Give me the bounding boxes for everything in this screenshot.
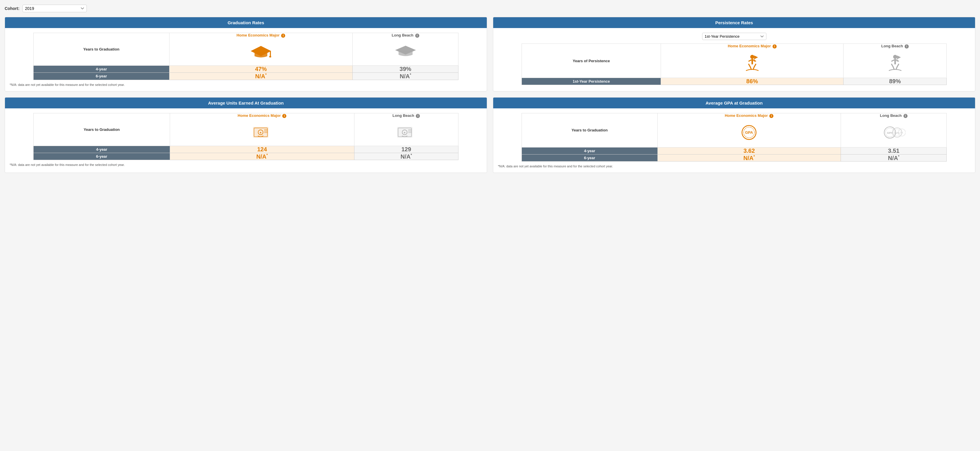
units-earned-card: Average Units Earned At Graduation Years… (5, 97, 487, 173)
units-major-6year-value: N/A* (170, 153, 354, 160)
graduation-rates-table-wrapper: Years to Graduation Home Economics Major… (10, 33, 482, 80)
avg-gpa-table-wrapper: Years to Graduation Home Economics Major… (498, 113, 970, 162)
gpa-4year-label: 4-year (522, 147, 657, 154)
svg-point-4 (750, 55, 754, 59)
svg-point-8 (893, 55, 897, 59)
gpa-major-4year-value: 3.62 (657, 147, 841, 154)
gpa-lb-icon-cell: GPA GPA PA (841, 118, 947, 147)
gpa-lb-6year-value: N/A* (841, 154, 947, 162)
gpa-col-major: Home Economics Major i GPA (657, 113, 841, 147)
persist-1st-label: 1st-Year Persistence (522, 78, 661, 85)
avg-gpa-body: Years to Graduation Home Economics Major… (493, 108, 975, 173)
svg-rect-6 (754, 56, 754, 62)
grad-footnote: *N/A: data are not yet available for thi… (10, 83, 482, 86)
svg-rect-9 (894, 59, 896, 64)
cohort-row: Cohort: 2019 (5, 5, 975, 12)
grad-lb-6year-value: N/A* (353, 73, 458, 80)
grad-6year-row: 6-year N/A* N/A* (33, 73, 458, 80)
units-col-major: Home Economics Major i ★ (170, 113, 354, 146)
units-major-icon-cell: ★ (170, 118, 354, 146)
gpa-major-info-icon[interactable]: i (769, 114, 773, 118)
persist-lb-label: Long Beach i (843, 44, 947, 49)
grad-lb-4year-value: 39% (353, 66, 458, 73)
units-lb-6-star: * (410, 153, 412, 157)
grad-col-major: Home Economics Major i (169, 33, 352, 66)
grad-col-lb: Long Beach i (353, 33, 458, 66)
gpa-6year-label: 6-year (522, 154, 657, 162)
persist-major-1st-value: 86% (661, 78, 843, 85)
svg-marker-7 (754, 56, 758, 59)
persistence-dropdown-row: 1st-Year Persistence (498, 33, 970, 40)
grad-lb-icon-cell (353, 38, 458, 65)
persistence-select[interactable]: 1st-Year Persistence (702, 33, 767, 40)
svg-text:★: ★ (259, 131, 262, 134)
units-col-years: Years to Graduation (33, 113, 170, 146)
svg-text:GPA: GPA (895, 132, 900, 134)
persist-lb-info-icon[interactable]: i (905, 44, 909, 49)
avg-gpa-table: Years to Graduation Home Economics Major… (522, 113, 947, 162)
units-lb-icon: ★ (396, 124, 416, 140)
graduation-cap-major-icon (251, 43, 271, 60)
units-lb-label: Long Beach i (355, 113, 458, 118)
persist-lb-icon-cell (843, 49, 947, 78)
gpa-6year-row: 6-year N/A* N/A* (522, 154, 947, 162)
svg-text:GPA: GPA (745, 130, 753, 135)
grad-major-info-icon[interactable]: i (281, 33, 285, 38)
persist-lb-1st-value: 89% (843, 78, 947, 85)
units-col-lb: Long Beach i ★ (354, 113, 458, 146)
persist-header-row: Years of Persistence Home Economics Majo… (522, 44, 947, 78)
persistence-rates-title: Persistence Rates (493, 17, 975, 28)
svg-point-2 (269, 56, 271, 57)
units-lb-6year-value: N/A* (354, 153, 458, 160)
persistence-rates-table-wrapper: Years of Persistence Home Economics Majo… (498, 43, 970, 85)
gpa-lb-4year-value: 3.51 (841, 147, 947, 154)
grad-6year-label: 6-year (33, 73, 169, 80)
persist-major-info-icon[interactable]: i (773, 44, 776, 49)
units-lb-info-icon[interactable]: i (416, 114, 420, 118)
grad-major-4year-value: 47% (169, 66, 352, 73)
gpa-footnote: *N/A: data are not yet available for thi… (498, 164, 970, 168)
gpa-major-6-star: * (754, 154, 755, 159)
cohort-label: Cohort: (5, 6, 19, 11)
gpa-lb-label: Long Beach i (841, 113, 947, 118)
units-major-info-icon[interactable]: i (282, 114, 286, 118)
dashboard-grid: Graduation Rates Years to Graduation Hom… (5, 17, 975, 173)
units-major-icon: ★ (252, 124, 272, 140)
grad-major-6year-value: N/A* (169, 73, 352, 80)
avg-gpa-title: Average GPA at Graduation (493, 98, 975, 108)
units-4year-row: 4-year 124 129 (33, 146, 458, 153)
svg-marker-11 (897, 56, 901, 59)
units-6year-label: 6-year (33, 153, 170, 160)
gpa-col-lb: Long Beach i GPA (841, 113, 947, 147)
grad-major-label: Home Economics Major i (169, 33, 352, 38)
gpa-major-icon: GPA (740, 124, 759, 141)
grad-4year-row: 4-year 47% 39% (33, 66, 458, 73)
persist-col-years: Years of Persistence (522, 44, 661, 78)
grad-4year-label: 4-year (33, 66, 169, 73)
units-4year-label: 4-year (33, 146, 170, 153)
persist-major-icon-cell (661, 49, 843, 78)
units-lb-4year-value: 129 (354, 146, 458, 153)
gpa-major-6year-value: N/A* (657, 154, 841, 162)
gpa-header-row: Years to Graduation Home Economics Major… (522, 113, 947, 147)
gpa-lb-6-star: * (898, 154, 899, 159)
gpa-lb-info-icon[interactable]: i (904, 114, 908, 118)
svg-rect-1 (270, 51, 271, 56)
svg-text:PA: PA (900, 132, 903, 134)
units-earned-title: Average Units Earned At Graduation (5, 98, 487, 108)
units-header-row: Years to Graduation Home Economics Major… (33, 113, 458, 146)
graduation-rates-table: Years to Graduation Home Economics Major… (33, 33, 458, 80)
persistence-rates-card: Persistence Rates 1st-Year Persistence Y… (493, 17, 975, 91)
units-major-6-star: * (266, 153, 268, 157)
persistence-major-icon (743, 54, 762, 72)
persist-major-label: Home Economics Major i (661, 44, 843, 49)
persistence-lb-icon (886, 54, 905, 72)
units-earned-body: Years to Graduation Home Economics Major… (5, 108, 487, 172)
units-earned-table: Years to Graduation Home Economics Major… (33, 113, 458, 160)
grad-col-years: Years to Graduation (33, 33, 169, 66)
grad-major-6-star: * (265, 73, 267, 77)
grad-major-icon-cell (169, 38, 352, 65)
units-major-4year-value: 124 (170, 146, 354, 153)
grad-lb-info-icon[interactable]: i (415, 33, 419, 38)
cohort-select[interactable]: 2019 (22, 5, 87, 12)
